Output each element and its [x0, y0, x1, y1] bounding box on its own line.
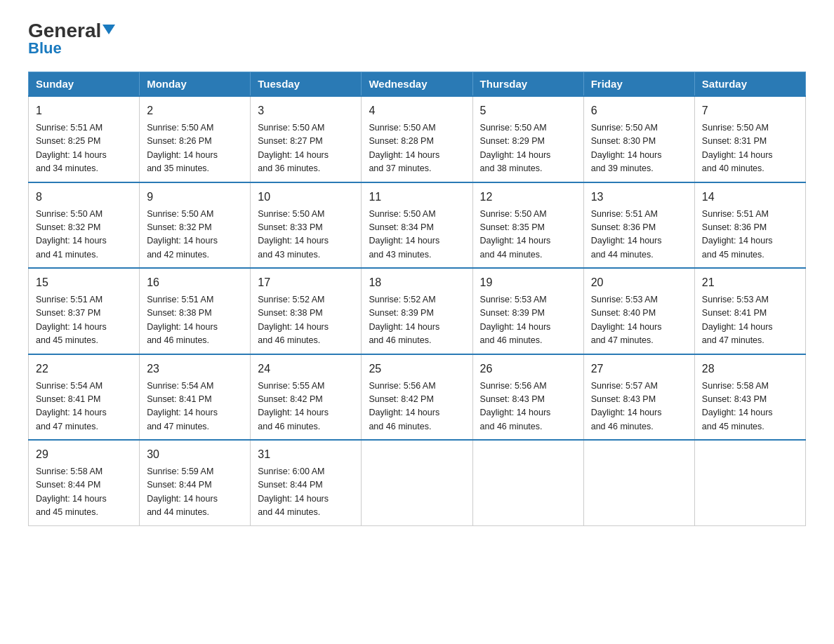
- day-number: 7: [702, 102, 798, 119]
- day-info: Sunrise: 5:50 AMSunset: 8:34 PMDaylight:…: [369, 208, 465, 262]
- calendar-cell: 3Sunrise: 5:50 AMSunset: 8:27 PMDaylight…: [251, 96, 362, 182]
- calendar-cell: 16Sunrise: 5:51 AMSunset: 8:38 PMDayligh…: [140, 268, 251, 354]
- day-number: 24: [258, 361, 354, 377]
- calendar-cell: 9Sunrise: 5:50 AMSunset: 8:32 PMDaylight…: [140, 182, 251, 269]
- calendar-cell: 11Sunrise: 5:50 AMSunset: 8:34 PMDayligh…: [362, 182, 472, 269]
- day-number: 14: [702, 189, 798, 206]
- header: General Blue: [28, 21, 806, 58]
- calendar-table: SundayMondayTuesdayWednesdayThursdayFrid…: [28, 72, 806, 526]
- day-info: Sunrise: 5:51 AMSunset: 8:37 PMDaylight:…: [36, 293, 132, 348]
- day-info: Sunrise: 5:50 AMSunset: 8:29 PMDaylight:…: [480, 121, 576, 176]
- day-number: 1: [36, 102, 132, 119]
- day-info: Sunrise: 5:57 AMSunset: 8:43 PMDaylight:…: [591, 380, 687, 434]
- calendar-cell: 26Sunrise: 5:56 AMSunset: 8:43 PMDayligh…: [472, 354, 583, 441]
- calendar-cell: 30Sunrise: 5:59 AMSunset: 8:44 PMDayligh…: [140, 440, 251, 525]
- day-number: 10: [258, 189, 354, 206]
- calendar-cell: 21Sunrise: 5:53 AMSunset: 8:41 PMDayligh…: [694, 268, 805, 354]
- day-number: 9: [147, 189, 243, 206]
- calendar-cell: 23Sunrise: 5:54 AMSunset: 8:41 PMDayligh…: [140, 354, 251, 441]
- calendar-cell: 5Sunrise: 5:50 AMSunset: 8:29 PMDaylight…: [472, 96, 583, 182]
- calendar-cell: 6Sunrise: 5:50 AMSunset: 8:30 PMDaylight…: [583, 96, 694, 182]
- week-row-1: 1Sunrise: 5:51 AMSunset: 8:25 PMDaylight…: [29, 96, 806, 182]
- day-number: 4: [369, 102, 465, 119]
- calendar-cell: 10Sunrise: 5:50 AMSunset: 8:33 PMDayligh…: [251, 182, 362, 269]
- calendar-cell: 7Sunrise: 5:50 AMSunset: 8:31 PMDaylight…: [694, 96, 805, 182]
- day-info: Sunrise: 5:51 AMSunset: 8:36 PMDaylight:…: [591, 208, 687, 262]
- weekday-header-friday: Friday: [583, 72, 694, 97]
- day-info: Sunrise: 5:55 AMSunset: 8:42 PMDaylight:…: [258, 380, 354, 434]
- weekday-header-tuesday: Tuesday: [251, 72, 362, 97]
- logo-blue: Blue: [28, 39, 62, 58]
- day-number: 20: [591, 274, 687, 291]
- day-info: Sunrise: 5:52 AMSunset: 8:39 PMDaylight:…: [369, 293, 465, 348]
- day-number: 23: [147, 361, 243, 377]
- day-info: Sunrise: 5:50 AMSunset: 8:33 PMDaylight:…: [258, 208, 354, 262]
- day-number: 17: [258, 274, 354, 291]
- week-row-4: 22Sunrise: 5:54 AMSunset: 8:41 PMDayligh…: [29, 354, 806, 441]
- calendar-cell: 27Sunrise: 5:57 AMSunset: 8:43 PMDayligh…: [583, 354, 694, 441]
- day-info: Sunrise: 5:50 AMSunset: 8:27 PMDaylight:…: [258, 121, 354, 176]
- day-number: 2: [147, 102, 243, 119]
- day-number: 8: [36, 189, 132, 206]
- calendar-cell: 24Sunrise: 5:55 AMSunset: 8:42 PMDayligh…: [251, 354, 362, 441]
- day-info: Sunrise: 5:50 AMSunset: 8:28 PMDaylight:…: [369, 121, 465, 176]
- day-info: Sunrise: 5:50 AMSunset: 8:32 PMDaylight:…: [147, 208, 243, 262]
- day-info: Sunrise: 5:50 AMSunset: 8:31 PMDaylight:…: [702, 121, 798, 176]
- weekday-header-monday: Monday: [140, 72, 251, 97]
- day-info: Sunrise: 5:53 AMSunset: 8:40 PMDaylight:…: [591, 293, 687, 348]
- day-number: 18: [369, 274, 465, 291]
- calendar-cell: 31Sunrise: 6:00 AMSunset: 8:44 PMDayligh…: [251, 440, 362, 525]
- calendar-cell: 1Sunrise: 5:51 AMSunset: 8:25 PMDaylight…: [29, 96, 140, 182]
- day-number: 31: [258, 446, 354, 463]
- day-number: 15: [36, 274, 132, 291]
- logo-general: General: [28, 21, 115, 41]
- day-number: 19: [480, 274, 576, 291]
- calendar-cell: 8Sunrise: 5:50 AMSunset: 8:32 PMDaylight…: [29, 182, 140, 269]
- day-info: Sunrise: 5:54 AMSunset: 8:41 PMDaylight:…: [147, 380, 243, 434]
- day-info: Sunrise: 5:51 AMSunset: 8:36 PMDaylight:…: [702, 208, 798, 262]
- day-number: 3: [258, 102, 354, 119]
- day-number: 6: [591, 102, 687, 119]
- logo: General Blue: [28, 21, 115, 58]
- day-number: 22: [36, 361, 132, 377]
- day-number: 28: [702, 361, 798, 377]
- calendar-cell: 20Sunrise: 5:53 AMSunset: 8:40 PMDayligh…: [583, 268, 694, 354]
- day-info: Sunrise: 5:50 AMSunset: 8:32 PMDaylight:…: [36, 208, 132, 262]
- day-info: Sunrise: 5:56 AMSunset: 8:42 PMDaylight:…: [369, 380, 465, 434]
- weekday-header-row: SundayMondayTuesdayWednesdayThursdayFrid…: [29, 72, 806, 97]
- day-info: Sunrise: 6:00 AMSunset: 8:44 PMDaylight:…: [258, 465, 354, 520]
- calendar-cell: 2Sunrise: 5:50 AMSunset: 8:26 PMDaylight…: [140, 96, 251, 182]
- calendar-cell: 4Sunrise: 5:50 AMSunset: 8:28 PMDaylight…: [362, 96, 472, 182]
- calendar-cell: 19Sunrise: 5:53 AMSunset: 8:39 PMDayligh…: [472, 268, 583, 354]
- day-number: 12: [480, 189, 576, 206]
- day-number: 25: [369, 361, 465, 377]
- logo-triangle-icon: [102, 25, 115, 34]
- week-row-5: 29Sunrise: 5:58 AMSunset: 8:44 PMDayligh…: [29, 440, 806, 525]
- day-info: Sunrise: 5:53 AMSunset: 8:39 PMDaylight:…: [480, 293, 576, 348]
- day-info: Sunrise: 5:58 AMSunset: 8:44 PMDaylight:…: [36, 465, 132, 520]
- day-number: 29: [36, 446, 132, 463]
- day-info: Sunrise: 5:50 AMSunset: 8:35 PMDaylight:…: [480, 208, 576, 262]
- day-number: 13: [591, 189, 687, 206]
- calendar-cell: [472, 440, 583, 525]
- calendar-cell: 18Sunrise: 5:52 AMSunset: 8:39 PMDayligh…: [362, 268, 472, 354]
- day-number: 30: [147, 446, 243, 463]
- calendar-cell: [694, 440, 805, 525]
- calendar-cell: 13Sunrise: 5:51 AMSunset: 8:36 PMDayligh…: [583, 182, 694, 269]
- week-row-2: 8Sunrise: 5:50 AMSunset: 8:32 PMDaylight…: [29, 182, 806, 269]
- day-info: Sunrise: 5:50 AMSunset: 8:30 PMDaylight:…: [591, 121, 687, 176]
- calendar-cell: 15Sunrise: 5:51 AMSunset: 8:37 PMDayligh…: [29, 268, 140, 354]
- day-info: Sunrise: 5:50 AMSunset: 8:26 PMDaylight:…: [147, 121, 243, 176]
- day-info: Sunrise: 5:51 AMSunset: 8:38 PMDaylight:…: [147, 293, 243, 348]
- calendar-cell: 17Sunrise: 5:52 AMSunset: 8:38 PMDayligh…: [251, 268, 362, 354]
- calendar-cell: 28Sunrise: 5:58 AMSunset: 8:43 PMDayligh…: [694, 354, 805, 441]
- weekday-header-thursday: Thursday: [472, 72, 583, 97]
- day-number: 21: [702, 274, 798, 291]
- calendar-cell: 12Sunrise: 5:50 AMSunset: 8:35 PMDayligh…: [472, 182, 583, 269]
- day-number: 26: [480, 361, 576, 377]
- week-row-3: 15Sunrise: 5:51 AMSunset: 8:37 PMDayligh…: [29, 268, 806, 354]
- day-info: Sunrise: 5:58 AMSunset: 8:43 PMDaylight:…: [702, 380, 798, 434]
- day-info: Sunrise: 5:51 AMSunset: 8:25 PMDaylight:…: [36, 121, 132, 176]
- weekday-header-sunday: Sunday: [29, 72, 140, 97]
- day-number: 16: [147, 274, 243, 291]
